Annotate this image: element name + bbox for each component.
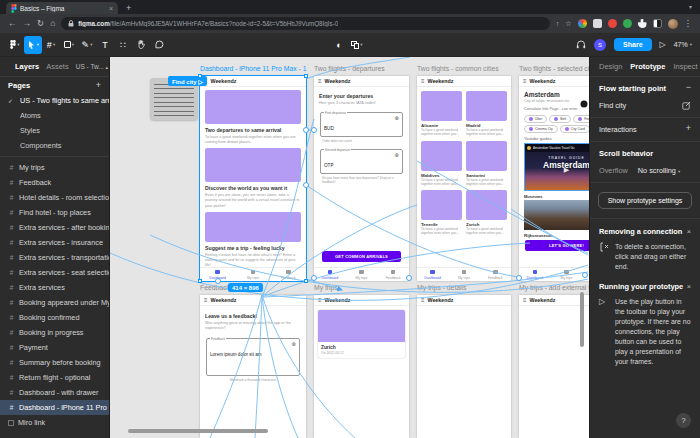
frame-dashboard[interactable]: ≡Weekendz Two departures to same arrival…: [200, 76, 306, 281]
play-icon[interactable]: ▶: [564, 166, 569, 174]
selection-handle[interactable]: [198, 74, 202, 78]
layer-row[interactable]: #Booking confirmed: [0, 310, 109, 325]
clear-icon[interactable]: ⊗: [291, 342, 296, 348]
back-icon[interactable]: ←: [8, 19, 17, 28]
nav-feedback[interactable]: Feedback: [582, 268, 589, 281]
nav-my-trips[interactable]: My trips: [346, 268, 378, 281]
layer-row[interactable]: #Return flight - optional: [0, 370, 109, 385]
forward-icon[interactable]: →: [23, 19, 32, 28]
tab-list-chevron-icon[interactable]: ▾: [689, 3, 692, 10]
city-card[interactable]: MaldivesTo have a great weekend together…: [421, 141, 462, 187]
comment-tool-button[interactable]: [150, 36, 168, 54]
layer-row-selected[interactable]: #Dashboard - iPhone 11 Pro Max - 1: [0, 400, 109, 415]
headphones-icon[interactable]: [576, 40, 586, 49]
share-button[interactable]: Share: [614, 38, 651, 51]
extension-icon[interactable]: [578, 19, 587, 28]
menu-icon[interactable]: ≡: [523, 297, 527, 303]
layer-row[interactable]: #My trips: [0, 160, 109, 175]
address-bar[interactable]: figma.com/file/AmHvMq96JE5AV1WHHrFA7e/Ba…: [61, 17, 549, 30]
reload-icon[interactable]: ↻: [37, 19, 44, 28]
add-interaction-icon[interactable]: +: [686, 125, 691, 132]
layer-row[interactable]: #Dashboard - with drawer: [0, 385, 109, 400]
chip[interactable]: Bolt: [549, 115, 571, 123]
shape-tool-button[interactable]: ▾: [60, 36, 78, 54]
layer-row[interactable]: #Payment: [0, 340, 109, 355]
layer-row[interactable]: #Extra services - seat selection: [0, 265, 109, 280]
extension-icon[interactable]: [623, 19, 632, 28]
page-item-current[interactable]: ✓US - Two flights to same arrival: [0, 93, 109, 108]
youtube-video-thumbnail[interactable]: Amsterdam Vacation Travel Gu TRAVEL GUID…: [524, 143, 589, 191]
frame-title-cities[interactable]: Two flights - common cities: [417, 65, 499, 72]
layer-row[interactable]: #Extra services - transportation: [0, 250, 109, 265]
city-card[interactable]: AlicanteTo have a great weekend together…: [421, 91, 462, 137]
layer-row[interactable]: #Extra services: [0, 280, 109, 295]
tab-layers[interactable]: Layers: [15, 62, 39, 71]
browser-tab[interactable]: Basics – Figma ×: [6, 2, 118, 14]
frame-title-city-details[interactable]: Two flights - selected city details: [519, 65, 589, 72]
frame-title-dashboard[interactable]: Dashboard - iPhone 11 Pro Max - 1: [200, 65, 306, 72]
main-menu-button[interactable]: ▾: [6, 36, 24, 54]
page-item[interactable]: Components: [0, 138, 109, 153]
layer-row[interactable]: #Extra services - after booking: [0, 220, 109, 235]
tab-assets[interactable]: Assets: [46, 62, 69, 71]
menu-icon[interactable]: ≡: [318, 297, 322, 303]
tab-design[interactable]: Design: [599, 62, 622, 71]
city-card[interactable]: TenerifeTo have a great weekend together…: [421, 190, 462, 236]
add-page-icon[interactable]: +: [96, 80, 101, 90]
show-prototype-settings-button[interactable]: Show prototype settings: [598, 192, 692, 209]
layer-row[interactable]: #Feedback: [0, 175, 109, 190]
remove-flow-icon[interactable]: −: [686, 84, 691, 91]
nav-feedback[interactable]: Feedback: [271, 268, 306, 281]
menu-icon[interactable]: ≡: [318, 78, 322, 84]
frame-add-external-trip[interactable]: ≡Weekendz: [519, 295, 589, 438]
selection-handle[interactable]: [304, 74, 308, 78]
consulate-info[interactable]: Consolate Info Page - can enter: [524, 107, 589, 112]
move-tool-button[interactable]: ▾: [24, 36, 42, 54]
get-common-arrivals-button[interactable]: GET COMMON ARRIVALS: [322, 251, 401, 262]
frame-title-trip-details[interactable]: My trips - details: [417, 284, 466, 291]
tab-prototype[interactable]: Prototype: [630, 62, 665, 71]
city-card[interactable]: MadridTo have a great weekend together e…: [466, 91, 507, 137]
extension-icon[interactable]: [593, 19, 602, 28]
layer-row[interactable]: #Find hotel - top places: [0, 205, 109, 220]
close-icon[interactable]: ×: [687, 282, 691, 291]
frame-trip-details[interactable]: ≡Weekendz: [417, 295, 511, 438]
new-tab-button[interactable]: +: [126, 2, 131, 14]
frame-tool-button[interactable]: #▾: [42, 36, 60, 54]
nav-my-trips[interactable]: My trips: [448, 268, 479, 281]
menu-icon[interactable]: ≡: [523, 78, 527, 84]
menu-icon[interactable]: ≡: [204, 297, 208, 303]
layer-row[interactable]: #Summary before booking: [0, 355, 109, 370]
feedback-textarea[interactable]: Feedback Lorem ipsum dolor sit am ⊗: [206, 338, 300, 376]
close-icon[interactable]: ×: [687, 227, 691, 236]
frame-feedback[interactable]: ≡Weekendz Leave us a feedback! Was anyth…: [200, 295, 306, 438]
browser-menu-icon[interactable]: ⋮: [684, 19, 693, 28]
nav-dashboard[interactable]: Dashboard: [200, 268, 235, 281]
zoom-menu[interactable]: 47%▾: [674, 41, 692, 48]
nav-feedback[interactable]: Feedback: [480, 268, 511, 281]
nav-dashboard[interactable]: Dashboard: [314, 268, 346, 281]
layer-row[interactable]: #Booking appeared under My trips: [0, 295, 109, 310]
clear-icon[interactable]: ⊗: [394, 116, 399, 122]
departure-input-2[interactable]: Second departure OTP ⊗: [320, 149, 403, 174]
tab-inspect[interactable]: Inspect: [673, 62, 697, 71]
nav-my-trips[interactable]: My trips: [551, 268, 583, 281]
bookmark-star-icon[interactable]: ☆: [565, 20, 571, 28]
trip-card[interactable]: Zurich On 2022-03-12: [318, 310, 405, 358]
overflow-select[interactable]: No scrolling ▾: [638, 166, 680, 175]
clear-icon[interactable]: ⊗: [394, 153, 399, 159]
city-card[interactable]: ZurichTo have a great weekend together e…: [466, 190, 507, 236]
frame-title-departures[interactable]: Two flights - departures: [314, 65, 385, 72]
edit-icon[interactable]: [682, 101, 691, 110]
layer-row[interactable]: #Hotel details - room selection: [0, 190, 109, 205]
menu-icon[interactable]: ≡: [421, 78, 425, 84]
canvas-vertical-scrollbar[interactable]: [580, 292, 584, 347]
city-card[interactable]: SantoriniTo have a great weekend togethe…: [466, 141, 507, 187]
frame-my-trips[interactable]: ≡Weekendz Zurich On 2022-03-12: [314, 295, 409, 438]
selection-handle[interactable]: [304, 279, 308, 283]
page-selector[interactable]: US - Tw... ▴: [76, 63, 108, 70]
pen-tool-button[interactable]: ✎▾: [78, 36, 96, 54]
help-button[interactable]: ?: [676, 413, 691, 428]
frame-city-details[interactable]: ≡Weekendz Amsterdam City of tulips, muse…: [519, 76, 589, 281]
page-item[interactable]: Atoms: [0, 108, 109, 123]
